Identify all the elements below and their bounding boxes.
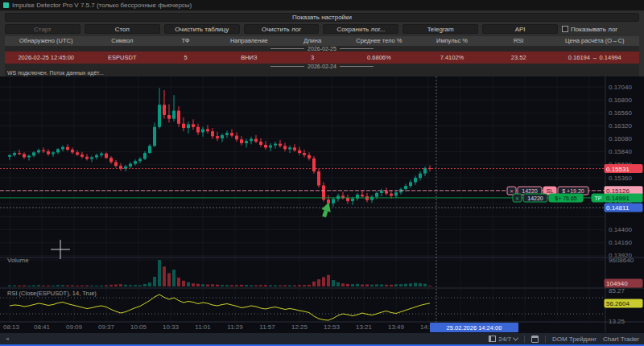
svg-text:×: × xyxy=(510,188,513,194)
volume-pane-label: Volume xyxy=(7,257,29,264)
stop-button[interactable]: Стоп xyxy=(85,24,160,34)
session-icon xyxy=(489,336,496,342)
svg-text:25.02.2026 14:24:00: 25.02.2026 14:24:00 xyxy=(447,324,502,332)
app-window: Impulse Detector Pro V 7.5.7 (только бес… xyxy=(0,0,644,346)
show-log-checkbox[interactable] xyxy=(562,26,568,32)
svg-text:13.25: 13.25 xyxy=(609,318,625,325)
col-direction: Направление xyxy=(214,36,284,46)
svg-text:0.14991: 0.14991 xyxy=(606,195,630,202)
chevron-down-icon xyxy=(513,335,518,340)
rsi-line xyxy=(10,295,430,320)
svg-text:12:25: 12:25 xyxy=(291,323,308,331)
telegram-button[interactable]: Telegram xyxy=(402,24,478,34)
col-tf: ТФ xyxy=(157,36,214,46)
session-label: 24/7 xyxy=(498,336,511,343)
show-log-label: Показывать лог xyxy=(571,26,617,33)
svg-text:0.14811: 0.14811 xyxy=(606,204,630,212)
col-price-calc: Цена расчёта (O→C) xyxy=(551,36,639,46)
svg-text:0.16320: 0.16320 xyxy=(609,122,632,130)
show-settings-button[interactable]: Показать настройки xyxy=(5,13,639,22)
col-length: Длина xyxy=(284,36,341,46)
svg-text:0.15840: 0.15840 xyxy=(609,148,632,155)
svg-text:TP: TP xyxy=(595,196,602,201)
svg-text:13:21: 13:21 xyxy=(356,323,373,331)
show-log-checkbox-label[interactable]: Показывать лог xyxy=(562,26,639,33)
divider xyxy=(545,336,546,343)
svg-text:12:53: 12:53 xyxy=(324,323,341,331)
clear-log-button[interactable]: Очистить лог xyxy=(244,24,320,34)
svg-text:0.15360: 0.15360 xyxy=(609,175,632,182)
save-log-button[interactable]: Сохранить лог... xyxy=(323,24,398,34)
svg-text:10:05: 10:05 xyxy=(130,323,147,331)
signals-table: Обнаружено (UTC) Символ ТФ Направление Д… xyxy=(5,36,639,69)
svg-text:104940: 104940 xyxy=(606,280,628,287)
scroll-left-icon[interactable]: ◄ xyxy=(5,336,10,341)
svg-text:$ +19.20: $ +19.20 xyxy=(562,188,584,194)
divider xyxy=(524,336,525,343)
rsi-pane-label: RSI (Close(ESPUSDT), 14, True) xyxy=(7,290,97,297)
status-bar-right: 24/7 DOM Трейдинг Chart Trader xyxy=(489,333,639,344)
col-avg-body: Среднее тело % xyxy=(341,36,418,46)
svg-text:0.14160: 0.14160 xyxy=(609,239,632,246)
col-rsi: RSI xyxy=(487,36,551,46)
status-bar: ◄ 24/7 DOM Трейдинг Chart Trader xyxy=(0,332,644,344)
app-icon xyxy=(3,2,9,8)
svg-text:9608640: 9608640 xyxy=(609,257,634,264)
svg-text:85.27: 85.27 xyxy=(609,287,625,295)
svg-text:14220: 14220 xyxy=(522,188,538,194)
api-button[interactable]: API xyxy=(482,24,558,34)
price-chart[interactable]: ×14220SL$ +19.20×14220$+ 76.65TP0.170400… xyxy=(0,76,644,332)
title-bar: Impulse Detector Pro V 7.5.7 (только бес… xyxy=(0,0,644,10)
col-impulse: Импульс % xyxy=(417,36,487,46)
svg-text:0.14400: 0.14400 xyxy=(609,226,632,233)
clear-table-button[interactable]: Очистить таблицу xyxy=(164,24,240,34)
calendar-icon[interactable] xyxy=(531,336,539,343)
svg-text:11:57: 11:57 xyxy=(259,323,275,331)
dom-trader-button[interactable]: DOM Трейдинг xyxy=(552,336,597,343)
svg-text:SL: SL xyxy=(547,188,554,194)
toolbar-row: Старт Стоп Очистить таблицу Очистить лог… xyxy=(5,24,639,34)
svg-text:0.16560: 0.16560 xyxy=(609,109,632,117)
start-button[interactable]: Старт xyxy=(5,24,80,34)
svg-text:13:49: 13:49 xyxy=(388,323,405,331)
session-selector[interactable]: 24/7 xyxy=(489,336,518,343)
table-row[interactable]: 2026-02-25 12:45:00 ESPUSDT 5 ВНИЗ 3 0.6… xyxy=(5,51,639,64)
col-detected: Обнаружено (UTC) xyxy=(5,36,87,46)
svg-text:09:09: 09:09 xyxy=(66,323,83,331)
date-separator-top: 2026-02-25 xyxy=(5,46,639,51)
chart-canvas[interactable]: ×14220SL$ +19.20×14220$+ 76.65TP0.170400… xyxy=(0,76,644,332)
svg-text:0.16080: 0.16080 xyxy=(609,135,632,142)
svg-text:$+ 76.65: $+ 76.65 xyxy=(555,196,577,201)
svg-text:08:41: 08:41 xyxy=(34,323,51,331)
date-separator-bottom: 2026-02-24 xyxy=(5,64,639,69)
svg-text:0.17040: 0.17040 xyxy=(609,84,632,91)
svg-text:56.2604: 56.2604 xyxy=(606,300,630,307)
control-panel: Показать настройки Старт Стоп Очистить т… xyxy=(0,10,644,76)
svg-text:08:13: 08:13 xyxy=(3,323,20,331)
table-header: Обнаружено (UTC) Символ ТФ Направление Д… xyxy=(5,36,639,46)
svg-text:09:37: 09:37 xyxy=(98,323,115,331)
svg-text:0.15531: 0.15531 xyxy=(606,166,630,173)
svg-text:10:33: 10:33 xyxy=(163,323,180,331)
svg-text:11:01: 11:01 xyxy=(195,323,211,331)
svg-text:×: × xyxy=(515,196,518,201)
chart-trader-button[interactable]: Chart Trader xyxy=(603,336,639,343)
svg-text:0.16800: 0.16800 xyxy=(609,97,632,104)
ws-status: WS подключен. Поток данных идёт... xyxy=(5,69,639,76)
window-title: Impulse Detector Pro V 7.5.7 (только бес… xyxy=(12,2,192,9)
svg-text:11:29: 11:29 xyxy=(227,323,243,331)
col-symbol: Символ xyxy=(87,36,157,46)
svg-text:14220: 14220 xyxy=(527,196,543,201)
